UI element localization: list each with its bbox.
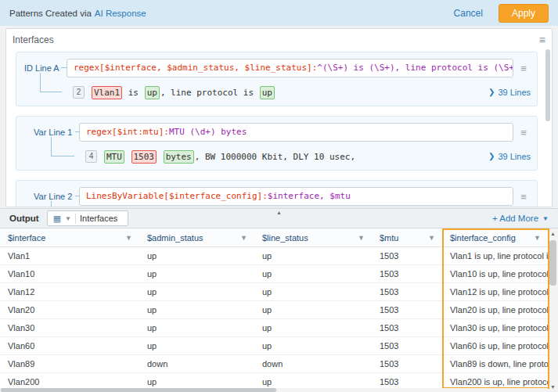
lines-count: 39 Lines: [498, 88, 531, 97]
match-token: [124, 150, 131, 164]
select-divider: [75, 214, 76, 224]
output-type-select[interactable]: ▦ ▼ Interfaces: [47, 210, 128, 226]
table-row: Vlan12 up up 1503 Vlan12 is up, line pro…: [0, 283, 548, 301]
line-number-badge: 4: [85, 150, 97, 163]
output-label: Output: [9, 214, 39, 223]
table-cell: Vlan200 is up, line protocol...: [442, 377, 548, 387]
collapse-button[interactable]: ▲: [265, 210, 293, 217]
column-dropdown-icon[interactable]: ▼: [358, 234, 365, 242]
panel-header: Interfaces ≡: [6, 29, 552, 46]
table-cell: 1503: [372, 305, 442, 315]
table-header: $interface ▼ $admin_status ▼ $line_statu…: [0, 228, 548, 247]
lines-expand-link[interactable]: ❯39 Lines: [488, 88, 531, 97]
table-cell: Vlan10: [0, 269, 139, 279]
regex-head: regex[$int:mtu]:: [86, 127, 169, 137]
column-label: $mtu: [380, 233, 398, 243]
column-header-interface-config[interactable]: $interface_config ▼: [442, 228, 548, 246]
regex-input[interactable]: regex[$interface, $admin_status, $line_s…: [67, 59, 513, 77]
table-cell: Vlan89: [0, 359, 139, 369]
table-cell: up: [254, 323, 372, 333]
table-body: Vlan1 up up 1503 Vlan1 is up, line proto…: [0, 247, 548, 391]
panel-menu-icon[interactable]: ≡: [539, 35, 545, 45]
table-cell: Vlan12 is up, line protocol i...: [442, 287, 548, 297]
column-dropdown-icon[interactable]: ▼: [125, 234, 132, 242]
table-cell: Vlan30 is up, line protocol i...: [442, 323, 548, 333]
table-row: Vlan20 up up 1503 Vlan20 is up, line pro…: [0, 301, 548, 319]
table-cell: up: [139, 305, 254, 315]
table-cell: Vlan20: [0, 305, 139, 315]
regex-head: LinesByVariable[$interface_config]:: [86, 191, 268, 201]
table-cell: up: [254, 251, 372, 261]
column-header-line-status[interactable]: $line_status ▼: [254, 228, 372, 246]
sample-text: Vlan1 is up, line protocol is up: [92, 86, 482, 99]
table-cell: up: [139, 269, 254, 279]
horizontal-scrollbar[interactable]: [0, 388, 548, 392]
match-token: , line protocol is: [160, 86, 260, 99]
regex-input[interactable]: LinesByVariable[$interface_config]:$inte…: [79, 187, 513, 206]
scroll-up-arrow-icon[interactable]: ▲: [548, 228, 558, 239]
pattern-group-var-line-2: Var Line 2 LinesByVariable[$interface_co…: [16, 180, 538, 207]
expand-chevron-icon: ❯: [488, 88, 495, 96]
table-cell: up: [139, 377, 254, 387]
column-label: $interface: [8, 233, 45, 243]
table-row: Vlan1 up up 1503 Vlan1 is up, line proto…: [0, 247, 548, 265]
sample-line: 2 Vlan1 is up, line protocol is up ❯39 L…: [23, 84, 531, 101]
patterns-scrollbar-thumb[interactable]: [545, 49, 550, 121]
table-cell: Vlan1 is up, line protocol is ...: [442, 251, 548, 261]
sample-text: MTU 1503 bytes, BW 1000000 Kbit, DLY 10 …: [104, 150, 482, 164]
header-bar: Patterns Created via AI Response Cancel …: [0, 0, 558, 26]
table-cell: up: [254, 287, 372, 297]
table-cell: 1503: [372, 359, 442, 369]
regex-pattern: $interface, $mtu: [268, 191, 351, 201]
lines-expand-link[interactable]: ❯39 Lines: [488, 152, 531, 161]
panel-title: Interfaces: [13, 34, 54, 45]
match-token: 1503: [131, 150, 157, 164]
table-cell: down: [139, 359, 254, 369]
table-cell: 1503: [372, 269, 442, 279]
table-cell: Vlan30: [0, 323, 139, 333]
column-dropdown-icon[interactable]: ▼: [534, 234, 541, 242]
cancel-button[interactable]: Cancel: [454, 8, 483, 19]
group-menu-icon[interactable]: ≡: [517, 191, 531, 203]
table-cell: 1503: [372, 341, 442, 351]
column-header-admin-status[interactable]: $admin_status ▼: [139, 228, 254, 246]
sample-line: 4 MTU 1503 bytes, BW 1000000 Kbit, DLY 1…: [23, 148, 531, 165]
column-label: $interface_config: [450, 233, 516, 243]
group-menu-icon[interactable]: ≡: [517, 127, 531, 138]
apply-button[interactable]: Apply: [499, 4, 549, 23]
table-cell: Vlan20 is up, line protocol i...: [442, 305, 548, 315]
lines-count: 39 Lines: [498, 152, 531, 161]
table-cell: up: [139, 251, 254, 261]
tree-connector: [61, 67, 67, 68]
match-token: bytes: [164, 150, 194, 164]
column-dropdown-icon[interactable]: ▼: [240, 234, 247, 242]
table-vertical-scrollbar[interactable]: ▲ ▼: [548, 228, 558, 392]
scroll-down-arrow-icon[interactable]: ▼: [548, 382, 558, 392]
table-cell: 1503: [372, 377, 442, 387]
column-label: $admin_status: [147, 233, 203, 243]
ai-response-link[interactable]: AI Response: [95, 9, 146, 18]
chevron-down-icon: ▼: [542, 215, 549, 222]
group-menu-icon[interactable]: ≡: [517, 63, 531, 74]
scrollbar-thumb[interactable]: [1, 388, 276, 392]
table-cell: 1503: [372, 251, 442, 261]
output-select-value: Interfaces: [80, 214, 117, 223]
results-table: $interface ▼ $admin_status ▼ $line_statu…: [0, 228, 548, 392]
match-token: is: [122, 86, 145, 99]
column-header-interface[interactable]: $interface ▼: [0, 228, 139, 246]
add-more-button[interactable]: + Add More ▼: [492, 214, 549, 223]
match-token: , BW 1000000 Kbit, DLY 10 usec,: [194, 150, 356, 164]
table-cell: up: [254, 341, 372, 351]
table-cell: up: [139, 341, 254, 351]
table-cell: up: [254, 377, 372, 387]
collapse-arrow-icon: ▲: [276, 210, 282, 215]
match-token: up: [145, 86, 160, 99]
column-header-mtu[interactable]: $mtu ▼: [372, 228, 442, 246]
scrollbar-thumb[interactable]: [549, 240, 556, 286]
match-token: MTU: [104, 150, 124, 164]
table-cell: 1503: [372, 323, 442, 333]
add-more-label: + Add More: [492, 214, 538, 223]
regex-input[interactable]: regex[$int:mtu]:MTU (\d+) bytes: [79, 123, 513, 142]
table-row: Vlan30 up up 1503 Vlan30 is up, line pro…: [0, 319, 548, 337]
column-dropdown-icon[interactable]: ▼: [428, 234, 435, 242]
